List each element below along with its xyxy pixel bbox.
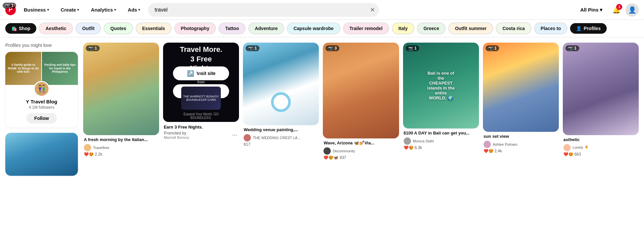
pin-info: sun set view Ashlee Putnam ❤️😍 2.4k: [483, 132, 559, 155]
header-right: All Pins ▾ 🔔 3 👤: [576, 3, 639, 17]
pin-stats: ❤️😍 6.3k: [404, 145, 478, 150]
pin-badge: 📷3: [325, 45, 339, 51]
notification-badge: 3: [616, 4, 622, 10]
more-options-button[interactable]: ···: [231, 130, 238, 140]
search-input[interactable]: [148, 3, 379, 17]
pin-author-avatar: [244, 134, 251, 141]
profile-card-2[interactable]: 📷 1: [5, 133, 78, 176]
pin-italian[interactable]: 📷1 A fresh morning by the Italian... Tra…: [83, 43, 159, 159]
avatar: 👫: [34, 81, 50, 97]
pin-info: $100 A DAY in Bali can get you... Monica…: [403, 129, 479, 152]
pin-info: Wave, Arizona 🦋💅Via... Decommunity ❤️😍🦋 …: [323, 138, 399, 162]
profile-followers: 4.1M followers: [29, 105, 54, 110]
pin-author: Decommunity: [333, 149, 355, 153]
pin-stats: ❤️😍 2.4k: [484, 149, 558, 153]
user-avatar-button[interactable]: 👤: [626, 3, 639, 17]
profile-card-y-travel[interactable]: A family guide to ROME 10 things to do w…: [5, 52, 78, 128]
chip-places-to[interactable]: Places to: [534, 22, 567, 34]
search-clear-button[interactable]: ✕: [370, 6, 375, 14]
ad-headline: Travel More.3 FreeNights: [175, 45, 227, 73]
chevron-down-icon: ▾: [47, 8, 49, 12]
pin-meta: Travelfree: [84, 144, 158, 151]
pin-title: Wedding venue painting,...: [244, 127, 318, 133]
ads-nav[interactable]: Ads ▾: [124, 4, 144, 15]
sidebar: Profiles you might love A family guide t…: [5, 43, 78, 181]
profile-name: Y Travel Blog: [26, 99, 57, 104]
create-nav[interactable]: Create ▾: [57, 4, 83, 15]
pin-author: Travelfree: [93, 146, 109, 150]
chip-adventure[interactable]: Adventure: [248, 22, 284, 34]
pin-greece[interactable]: 📷1 Wedding venue painting,... THE WEDDIN…: [243, 43, 319, 149]
pin-meta: THE WEDDING CREST LA...: [244, 134, 318, 141]
chip-essentials[interactable]: Essentials: [136, 22, 172, 34]
pin-image-ad: Travel More.3 FreeNights Win a Free 4-Ni…: [163, 43, 239, 122]
pin-badge: 📷1: [565, 45, 579, 51]
pin-author-avatar: [84, 144, 91, 151]
chip-capsule-wardrobe[interactable]: Capsule wardrobe: [287, 22, 340, 34]
chip-tattoo[interactable]: Tattoo: [219, 22, 246, 34]
pin-stats: 617: [244, 142, 318, 147]
chip-profiles[interactable]: 👤 Profiles: [570, 23, 606, 34]
business-nav[interactable]: Business ▾: [20, 4, 53, 15]
analytics-nav[interactable]: Analytics ▾: [87, 4, 120, 15]
chip-aesthetic[interactable]: Aesthetic: [39, 22, 73, 34]
chip-italy[interactable]: Italy: [392, 22, 414, 34]
profile-card-body: 👫 Y Travel Blog 4.1M followers Follow: [5, 77, 78, 128]
user-icon: 👤: [576, 26, 582, 31]
ad-bottom: Expand Your World. GO BOUNDLESS.: [175, 112, 227, 120]
aerial-image: 📷 1: [5, 133, 78, 176]
pin-stats: ❤️😍🦋 937: [323, 155, 398, 160]
pin-wave[interactable]: 📷3 Wave, Arizona 🦋💅Via... Decommunity ❤️…: [323, 43, 399, 162]
follow-button[interactable]: Follow: [26, 113, 57, 124]
pin-badge: 📷1: [406, 45, 420, 51]
pin-asthetic[interactable]: 📷1 asthetic Lovely 🧚 ❤️😍 663: [563, 43, 639, 159]
chip-outfit[interactable]: Outfit: [76, 22, 101, 34]
marriott-card: THE MARRIOTT BONVOY BOUNDLESS® CARD: [181, 87, 221, 110]
pin-author-avatar: [404, 137, 411, 145]
pin-author: Ashlee Putnam: [493, 142, 518, 146]
chevron-down-icon: ▾: [600, 7, 602, 13]
pin-sunset[interactable]: 📷1 sun set view Ashlee Putnam ❤️😍 2.4k: [483, 43, 559, 155]
chip-trailer-remodel[interactable]: Trailer remodel: [343, 22, 389, 34]
chip-quotes[interactable]: Quotes: [104, 22, 133, 34]
ad-sponsor: Marriott Bonvoy: [164, 135, 189, 139]
pin-meta: Decommunity: [323, 147, 398, 155]
pin-ad[interactable]: Travel More.3 FreeNights Win a Free 4-Ni…: [163, 43, 239, 142]
all-pins-button[interactable]: All Pins ▾: [576, 4, 607, 16]
chip-greece[interactable]: Greece: [417, 22, 446, 34]
pin-image-bali: Bali is one of the CHEAPEST islands in t…: [403, 43, 479, 129]
chevron-down-icon: ▾: [114, 8, 116, 12]
chip-outfit-summer[interactable]: Outfit summer: [448, 22, 493, 34]
pin-author: Monica Stahl: [413, 139, 434, 143]
pins-area: 📷1 A fresh morning by the Italian... Tra…: [83, 43, 639, 181]
pin-image-asthetic: [563, 43, 639, 135]
bali-overlay-text: Bali is one of the CHEAPEST islands in t…: [422, 65, 460, 106]
pin-stats: ❤️😍 663: [563, 152, 638, 157]
notifications-button[interactable]: 🔔 3: [610, 3, 623, 17]
header: P Business ▾ Create ▾ Analytics ▾ Ads ▾ …: [0, 0, 644, 20]
chip-costa-rica[interactable]: Costa rica: [496, 22, 531, 34]
chip-photography[interactable]: Photography: [174, 22, 216, 34]
pin-bali[interactable]: Bali is one of the CHEAPEST islands in t…: [403, 43, 479, 152]
pins-grid: 📷1 A fresh morning by the Italian... Tra…: [83, 43, 639, 162]
ad-promoted-label: Promoted by: [164, 131, 189, 135]
chips-bar: 🛍️ Shop Aesthetic Outfit Quotes Essentia…: [0, 20, 644, 37]
chip-shop[interactable]: 🛍️ Shop: [5, 23, 36, 34]
pin-title: $100 A DAY in Bali can get you...: [404, 131, 478, 136]
ad-info: Earn 3 Free Nights. Promoted by Marriott…: [163, 122, 239, 142]
pin-author: THE WEDDING CREST LA...: [253, 136, 300, 140]
pin-title: asthetic: [563, 137, 638, 143]
chevron-down-icon: ▾: [77, 8, 79, 12]
main-content: Profiles you might love A family guide t…: [0, 37, 644, 186]
pin-info: A fresh morning by the Italian... Travel…: [83, 135, 159, 159]
pin-title: sun set view: [484, 134, 558, 139]
pin-image-sunset: [483, 43, 559, 132]
search-bar: ✕: [148, 3, 379, 17]
pin-info: asthetic Lovely 🧚 ❤️😍 663: [563, 135, 639, 159]
pin-title: A fresh morning by the Italian...: [84, 137, 158, 143]
ad-subtext: Win a Free 4-Night Hotel stay from: [175, 76, 227, 84]
pin-image-greece: [243, 43, 319, 125]
pin-badge: 📷1: [86, 45, 100, 51]
shop-icon: 🛍️: [11, 26, 17, 31]
pin-image-wave: [323, 43, 399, 138]
